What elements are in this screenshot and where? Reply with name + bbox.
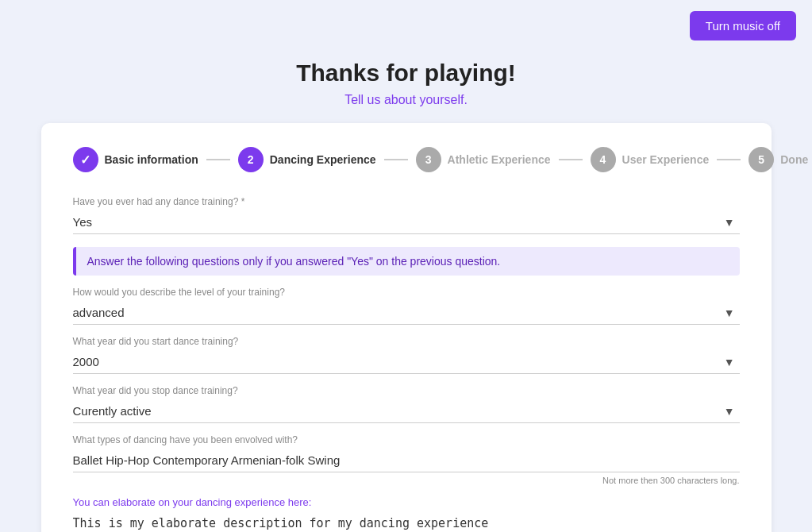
step-5-number: 5	[758, 153, 764, 166]
step-1-label: Basic information	[105, 153, 198, 166]
step-4-number: 4	[600, 153, 606, 166]
dance-training-select[interactable]: Yes No	[73, 210, 740, 233]
training-level-select[interactable]: beginner intermediate advanced professio…	[73, 301, 740, 324]
step-line-1	[206, 159, 230, 160]
training-level-label: How would you describe the level of your…	[73, 287, 740, 298]
page-title: Thanks for playing!	[296, 60, 516, 87]
music-toggle-button[interactable]: Turn music off	[690, 11, 796, 40]
step-4-label: User Experience	[622, 153, 710, 166]
step-3-number: 3	[425, 153, 432, 166]
step-1: ✓ Basic information	[73, 147, 198, 172]
dance-types-input-wrapper	[73, 449, 740, 472]
dance-types-label: What types of dancing have you been envo…	[73, 434, 740, 445]
start-year-select[interactable]: 1990 1995 2000 2005 2010	[73, 350, 740, 373]
training-level-select-wrapper: beginner intermediate advanced professio…	[73, 301, 740, 325]
step-line-2	[384, 159, 408, 160]
top-bar: Turn music off	[0, 0, 812, 52]
step-2-circle: 2	[238, 147, 264, 172]
page-subtitle: Tell us about yourself.	[344, 93, 468, 107]
step-5-circle: 5	[749, 147, 774, 172]
conditional-notice: Answer the following questions only if y…	[73, 247, 740, 276]
step-line-3	[559, 159, 583, 160]
dance-types-input[interactable]	[73, 449, 740, 472]
steps-bar: ✓ Basic information 2 Dancing Experience…	[73, 147, 740, 172]
elaborate-textarea[interactable]	[73, 511, 740, 532]
step-line-4	[717, 159, 741, 160]
main-card: ✓ Basic information 2 Dancing Experience…	[41, 123, 772, 532]
step-3-label: Athletic Experience	[448, 153, 551, 166]
checkmark-icon: ✓	[80, 152, 90, 168]
elaborate-label: You can elaborate on your dancing experi…	[73, 496, 740, 508]
start-year-label: What year did you start dance training?	[73, 336, 740, 347]
step-4: 4 User Experience	[591, 147, 710, 172]
step-1-circle: ✓	[73, 147, 98, 172]
step-2: 2 Dancing Experience	[238, 147, 376, 172]
step-3-circle: 3	[416, 147, 441, 172]
step-2-number: 2	[248, 153, 254, 166]
dance-types-char-limit: Not more then 300 characters long.	[73, 476, 740, 485]
step-2-label: Dancing Experience	[270, 153, 376, 166]
page-wrapper: Turn music off Thanks for playing! Tell …	[0, 0, 812, 532]
stop-year-label: What year did you stop dance training?	[73, 385, 740, 396]
dance-training-select-wrapper: Yes No ▼	[73, 210, 740, 234]
step-5-label: Done	[780, 153, 808, 166]
stop-year-select-wrapper: Curently active 2010 2015 2020 ▼	[73, 399, 740, 423]
step-4-circle: 4	[591, 147, 616, 172]
step-3: 3 Athletic Experience	[416, 147, 551, 172]
start-year-select-wrapper: 1990 1995 2000 2005 2010 ▼	[73, 350, 740, 374]
step-5: 5 Done	[749, 147, 808, 172]
dance-training-label: Have you ever had any dance training? *	[73, 196, 740, 207]
stop-year-select[interactable]: Curently active 2010 2015 2020	[73, 399, 740, 422]
